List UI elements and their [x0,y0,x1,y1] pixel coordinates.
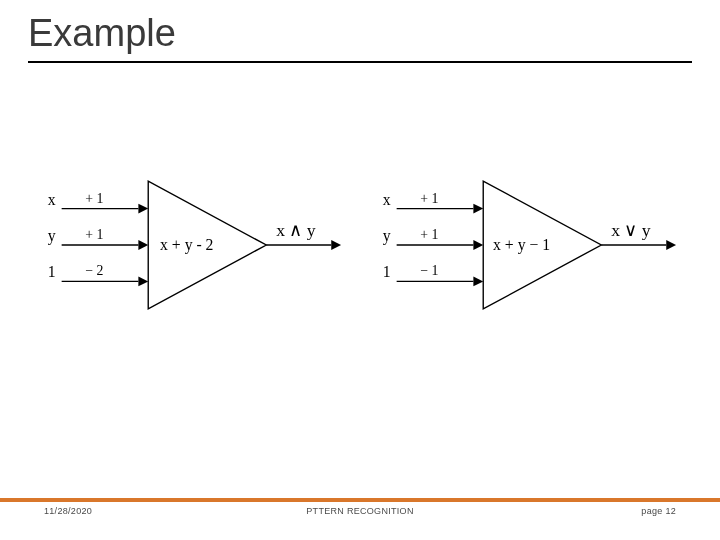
input-weight: + 1 [85,191,103,206]
slide-title: Example [28,12,692,55]
footer: 11/28/2020 PTTERN RECOGNITION page 12 [0,496,720,522]
svg-marker-8 [331,240,341,250]
input-var: x [48,191,56,208]
slide: Example x + 1 y + 1 1 − [0,0,720,540]
sum-expression: x + y - 2 [160,236,213,254]
input-weight: + 1 [420,227,438,242]
input-var: x [383,191,391,208]
page-prefix: page [641,506,665,516]
input-weight: + 1 [420,191,438,206]
title-bar: Example [28,12,692,63]
svg-marker-2 [138,204,148,214]
output-expression: x ∨ y [611,220,651,240]
footer-row: 11/28/2020 PTTERN RECOGNITION page 12 [0,506,720,516]
input-var: 1 [48,263,56,280]
input-weight: − 1 [420,264,438,279]
svg-marker-11 [473,204,483,214]
title-underline [28,61,692,63]
output-expression: x ∧ y [276,220,316,240]
svg-marker-17 [666,240,676,250]
diagram-and: x + 1 y + 1 1 − 2 x + y - 2 x ∧ y [40,170,345,320]
diagram-area: x + 1 y + 1 1 − 2 x + y - 2 x ∧ y [40,170,680,320]
diagram-or: x + 1 y + 1 1 − 1 x + y − 1 x ∨ y [375,170,680,320]
input-var: y [383,227,391,245]
sum-expression: x + y − 1 [493,236,550,254]
input-weight: − 2 [85,264,103,279]
input-weight: + 1 [85,227,103,242]
page-number: 12 [665,506,676,516]
svg-marker-6 [138,276,148,286]
input-var: 1 [383,263,391,280]
svg-marker-13 [473,240,483,250]
footer-date: 11/28/2020 [44,506,92,516]
footer-accent-bar [0,498,720,502]
input-var: y [48,227,56,245]
footer-title: PTTERN RECOGNITION [306,506,413,516]
svg-marker-4 [138,240,148,250]
svg-marker-15 [473,276,483,286]
footer-page: page 12 [641,506,676,516]
